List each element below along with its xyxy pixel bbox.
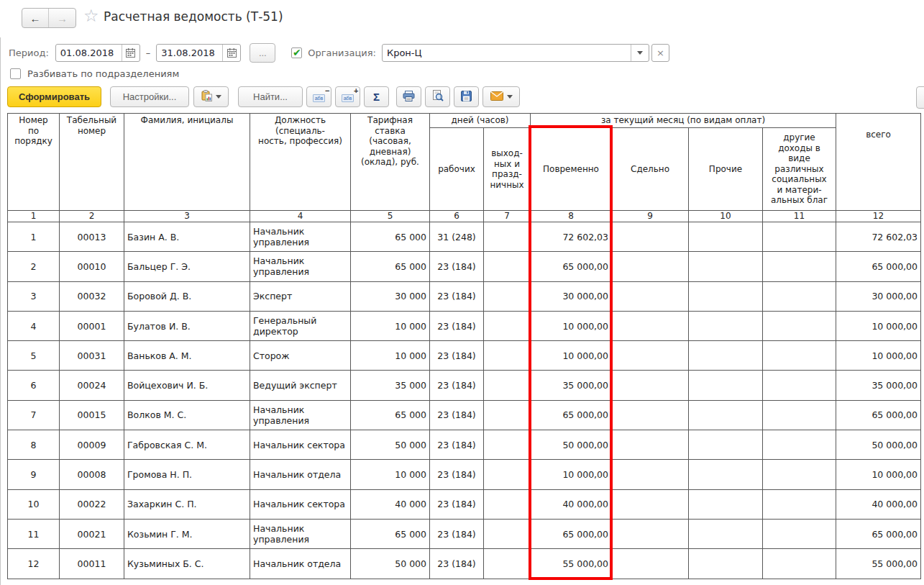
cell[interactable] xyxy=(612,430,689,460)
cell[interactable]: 65 000,00 xyxy=(836,519,921,548)
cell[interactable] xyxy=(689,549,763,579)
split-by-departments-checkbox[interactable] xyxy=(10,68,21,79)
cell[interactable] xyxy=(484,489,531,519)
cell[interactable] xyxy=(612,460,689,489)
cell[interactable]: 00011 xyxy=(60,549,124,579)
cell[interactable]: 65 000,00 xyxy=(531,400,612,430)
date-to-value[interactable]: 31.08.2018 xyxy=(157,47,222,58)
cell[interactable] xyxy=(612,489,689,519)
cell[interactable] xyxy=(689,311,763,340)
cell[interactable]: Бальцер Г. Э. xyxy=(124,252,250,281)
cell[interactable]: 23 (184) xyxy=(430,549,484,579)
cell[interactable]: 00001 xyxy=(60,311,124,340)
collapse-groups-button[interactable]: абв− xyxy=(306,86,331,107)
cell[interactable]: Начальник отдела xyxy=(250,549,351,579)
cell[interactable] xyxy=(484,311,531,340)
cell[interactable]: 50 000 xyxy=(351,430,430,460)
clipped-toolbar-button[interactable] xyxy=(916,86,924,109)
cell[interactable] xyxy=(612,281,689,311)
chevron-down-icon[interactable] xyxy=(631,45,649,61)
cell[interactable]: 00021 xyxy=(60,519,124,548)
cell[interactable]: 10 000,00 xyxy=(836,460,921,489)
cell[interactable]: 72 602,03 xyxy=(531,222,612,252)
cell[interactable]: 9 xyxy=(8,460,60,489)
cell[interactable]: Кузьминых Б. С. xyxy=(124,549,250,579)
cell[interactable] xyxy=(484,430,531,460)
cell[interactable] xyxy=(484,341,531,371)
cell[interactable]: 00024 xyxy=(60,371,124,400)
cell[interactable] xyxy=(484,252,531,281)
cell[interactable] xyxy=(689,252,763,281)
organization-clear-button[interactable]: × xyxy=(651,44,669,62)
cell[interactable]: 2 xyxy=(8,252,60,281)
cell[interactable]: 30 000 xyxy=(351,281,430,311)
cell[interactable]: Начальник управления xyxy=(250,222,351,252)
cell[interactable]: Начальник управления xyxy=(250,519,351,548)
period-more-button[interactable]: ... xyxy=(250,43,275,63)
cell[interactable]: 10 000 xyxy=(351,341,430,371)
calendar-icon[interactable] xyxy=(122,45,139,61)
cell[interactable]: 00022 xyxy=(60,489,124,519)
cell[interactable]: 23 (184) xyxy=(430,400,484,430)
cell[interactable] xyxy=(763,252,836,281)
cell[interactable]: Громова Н. П. xyxy=(124,460,250,489)
cell[interactable]: 23 (184) xyxy=(430,519,484,548)
cell[interactable]: Ведущий эксперт xyxy=(250,371,351,400)
cell[interactable]: 10 000,00 xyxy=(531,341,612,371)
cell[interactable] xyxy=(484,371,531,400)
cell[interactable]: 35 000,00 xyxy=(836,371,921,400)
cell[interactable] xyxy=(763,222,836,252)
favorite-star-icon[interactable]: ☆ xyxy=(83,6,99,26)
cell[interactable]: 3 xyxy=(8,281,60,311)
cell[interactable]: Эксперт xyxy=(250,281,351,311)
cell[interactable]: 5 xyxy=(8,341,60,371)
cell[interactable]: 30 000,00 xyxy=(531,281,612,311)
cell[interactable]: 8 xyxy=(8,430,60,460)
cell[interactable] xyxy=(689,341,763,371)
cell[interactable]: 10 000 xyxy=(351,460,430,489)
cell[interactable] xyxy=(484,519,531,548)
cell[interactable]: 40 000 xyxy=(351,489,430,519)
cell[interactable]: Генеральный директор xyxy=(250,311,351,340)
cell[interactable] xyxy=(612,341,689,371)
cell[interactable]: 00010 xyxy=(60,252,124,281)
cell[interactable] xyxy=(763,489,836,519)
settings-button[interactable]: Настройки... xyxy=(110,86,189,107)
cell[interactable]: 00013 xyxy=(60,222,124,252)
cell[interactable]: 65 000,00 xyxy=(836,252,921,281)
save-button[interactable] xyxy=(454,86,479,107)
cell[interactable]: 55 000,00 xyxy=(531,549,612,579)
send-mail-button[interactable] xyxy=(482,86,520,107)
cell[interactable]: Базин А. В. xyxy=(124,222,250,252)
cell[interactable]: 10 000 xyxy=(351,311,430,340)
cell[interactable]: Начальник отдела xyxy=(250,460,351,489)
cell[interactable]: 55 000,00 xyxy=(836,549,921,579)
cell[interactable]: 31 (248) xyxy=(430,222,484,252)
cell[interactable]: 7 xyxy=(8,400,60,430)
organization-checkbox[interactable]: ✔ xyxy=(291,47,302,58)
cell[interactable]: Сторож xyxy=(250,341,351,371)
cell[interactable] xyxy=(484,549,531,579)
cell[interactable]: 65 000 xyxy=(351,222,430,252)
cell[interactable] xyxy=(763,371,836,400)
cell[interactable]: 10 000,00 xyxy=(531,460,612,489)
cell[interactable] xyxy=(689,400,763,430)
cell[interactable]: 4 xyxy=(8,311,60,340)
cell[interactable]: Начальник сектора xyxy=(250,430,351,460)
forward-button[interactable]: → xyxy=(49,9,76,27)
cell[interactable]: 65 000,00 xyxy=(531,519,612,548)
cell[interactable]: 23 (184) xyxy=(430,430,484,460)
cell[interactable]: 00008 xyxy=(60,460,124,489)
date-to-field[interactable]: 31.08.2018 xyxy=(156,44,241,62)
cell[interactable] xyxy=(763,430,836,460)
cell[interactable] xyxy=(689,281,763,311)
cell[interactable] xyxy=(763,549,836,579)
cell[interactable] xyxy=(612,371,689,400)
cell[interactable] xyxy=(689,519,763,548)
cell[interactable]: 23 (184) xyxy=(430,460,484,489)
cell[interactable]: Булатов И. В. xyxy=(124,311,250,340)
cell[interactable]: Ваньков А. М. xyxy=(124,341,250,371)
cell[interactable] xyxy=(612,400,689,430)
cell[interactable]: Волков М. С. xyxy=(124,400,250,430)
cell[interactable] xyxy=(612,222,689,252)
